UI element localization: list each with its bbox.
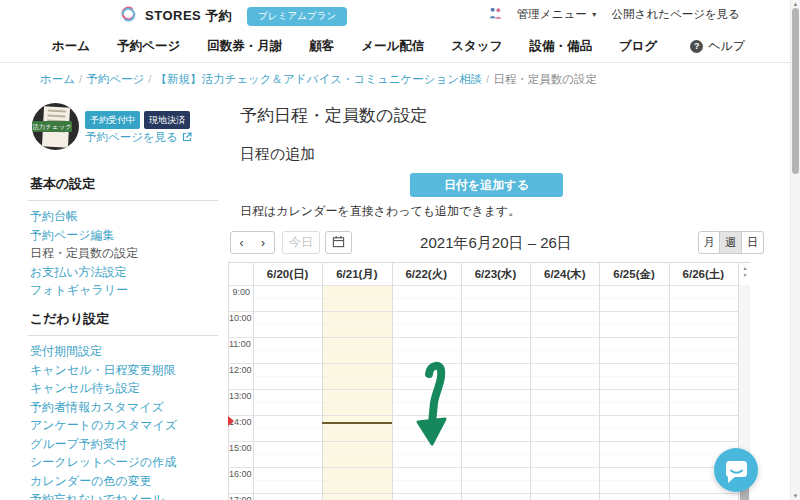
admin-menu-label: 管理メニュー (517, 7, 587, 22)
hour-line (229, 415, 738, 416)
sidebar-item-1-0[interactable]: 受付期間設定 (30, 345, 218, 357)
column-line (392, 263, 393, 500)
sidebar-section-title-0: 基本の設定 (30, 175, 218, 193)
sidebar-item-0-0[interactable]: 予約台帳 (30, 210, 218, 222)
stores-logo-icon (118, 4, 138, 28)
sidebar-item-0-4[interactable]: フォトギャラリー (30, 284, 218, 296)
brand: STORES 予約 プレミアムプラン (118, 4, 347, 28)
half-hour-line (253, 480, 738, 481)
day-header-4: 6/24(木) (530, 263, 599, 285)
sidebar-item-1-7[interactable]: カレンダーの色の変更 (30, 475, 218, 487)
time-label-3: 12:00 (229, 365, 250, 375)
sidebar-item-0-3[interactable]: お支払い方法設定 (30, 266, 218, 278)
day-header-6: 6/26(土) (669, 263, 738, 285)
sidebar-item-1-6[interactable]: シークレットページの作成 (30, 456, 218, 468)
hour-line (229, 337, 738, 338)
status-badges: 予約受付中現地決済 (85, 111, 190, 129)
scroll-up-icon[interactable]: ▲ (791, 1, 800, 7)
main-nav: ホーム予約ページ回数券・月謝顧客メール配信スタッフ設備・備品ブログ ? ヘルプ (0, 30, 800, 63)
sidebar-sections: 基本の設定予約台帳予約ページ編集日程・定員数の設定お支払い方法設定フォトギャラリ… (28, 175, 218, 500)
divider (28, 200, 218, 201)
time-label-8: 17:00 (229, 495, 250, 500)
nav-item-5[interactable]: スタッフ (451, 38, 502, 55)
view-button-2[interactable]: 日 (742, 231, 764, 254)
section-title: 日程の追加 (240, 145, 315, 164)
top-header: STORES 予約 プレミアムプラン 管理メニュー ▼ 公開されたページを見る (0, 0, 800, 30)
sidebar-item-1-8[interactable]: 予約忘れないでねメール (30, 493, 218, 500)
premium-plan-badge: プレミアムプラン (247, 7, 347, 26)
scroll-down-icon[interactable]: ▼ (791, 493, 800, 499)
divider (28, 335, 218, 336)
time-label-4: 13:00 (229, 391, 250, 401)
time-label-7: 16:00 (229, 469, 250, 479)
column-line (669, 263, 670, 500)
help-label: ヘルプ (708, 38, 745, 55)
sidebar-item-1-5[interactable]: グループ予約受付 (30, 438, 218, 450)
column-line (599, 263, 600, 500)
breadcrumb-separator: / (79, 73, 82, 85)
page-scrollbar[interactable]: ▲ ▼ (790, 0, 800, 500)
hour-line (229, 363, 738, 364)
now-indicator-arrow-icon (228, 416, 234, 426)
day-header-3: 6/23(水) (461, 263, 530, 285)
chat-launcher-button[interactable] (714, 448, 758, 492)
view-switcher: 月週日 (698, 231, 764, 254)
avatar: 活力チェック (32, 103, 79, 150)
half-hour-line (253, 350, 738, 351)
brand-title: STORES 予約 (145, 7, 232, 25)
sidebar-item-1-1[interactable]: キャンセル・日程変更期限 (30, 364, 218, 376)
caret-down-icon: ▼ (591, 11, 598, 18)
breadcrumb-item-1[interactable]: 予約ページ (86, 73, 144, 85)
view-button-0[interactable]: 月 (698, 231, 720, 254)
sidebar-item-0-1[interactable]: 予約ページ編集 (30, 229, 218, 241)
help-link[interactable]: ? ヘルプ (690, 30, 745, 62)
breadcrumb-separator: / (486, 73, 489, 85)
column-line (530, 263, 531, 500)
week-calendar-grid[interactable]: 9:0010:0011:0012:0013:0014:0015:0016:001… (228, 262, 750, 500)
view-booking-page-link[interactable]: 予約ページを見る (85, 130, 192, 145)
external-link-icon (182, 132, 192, 144)
nav-item-1[interactable]: 予約ページ (117, 38, 180, 55)
chat-bubble-icon (714, 448, 758, 492)
help-icon: ? (690, 40, 703, 53)
page-scrollbar-thumb[interactable] (792, 8, 799, 174)
admin-menu-button[interactable]: 管理メニュー ▼ (517, 7, 598, 22)
time-label-2: 11:00 (229, 339, 250, 349)
day-header-0: 6/20(日) (253, 263, 322, 285)
sidebar-item-1-3[interactable]: 予約者情報カスタマイズ (30, 401, 218, 413)
hour-line (229, 389, 738, 390)
half-hour-line (253, 454, 738, 455)
service-profile: 活力チェック 予約受付中現地決済 予約ページを見る (28, 103, 218, 161)
calendar-header-scroll-arrows: ▲▼ (740, 265, 750, 279)
sidebar-item-0-2: 日程・定員数の設定 (30, 247, 218, 259)
status-badge-1: 現地決済 (144, 111, 190, 129)
breadcrumb-item-3: 日程・定員数の設定 (493, 73, 597, 85)
add-date-button[interactable]: 日付を追加する (410, 173, 563, 197)
stores-reserve-app: STORES 予約 プレミアムプラン 管理メニュー ▼ 公開されたページを見る … (0, 0, 800, 500)
breadcrumb-item-2[interactable]: 【新規】活力チェック＆アドバイス・コミュニケーション相談 (156, 73, 483, 85)
nav-item-2[interactable]: 回数券・月謝 (207, 38, 282, 55)
column-line (253, 263, 254, 500)
view-public-page-link[interactable]: 公開されたページを見る (612, 7, 740, 22)
day-header-2: 6/22(火) (392, 263, 461, 285)
page-title: 予約日程・定員数の設定 (240, 104, 427, 127)
column-line (322, 263, 323, 500)
sidebar-item-1-4[interactable]: アンケートのカスタマイズ (30, 419, 218, 431)
nav-items: ホーム予約ページ回数券・月謝顧客メール配信スタッフ設備・備品ブログ (52, 30, 657, 62)
nav-item-6[interactable]: 設備・備品 (529, 38, 592, 55)
calendar-hint-text: 日程はカレンダーを直接さわっても追加できます。 (240, 203, 520, 220)
nav-item-4[interactable]: メール配信 (361, 38, 424, 55)
half-hour-line (253, 298, 738, 299)
account-users-icon (488, 6, 503, 23)
view-button-1[interactable]: 週 (720, 231, 742, 254)
breadcrumb-item-0[interactable]: ホーム (40, 73, 75, 85)
sidebar-item-1-2[interactable]: キャンセル待ち設定 (30, 382, 218, 394)
nav-item-0[interactable]: ホーム (52, 38, 90, 55)
status-badge-0: 予約受付中 (85, 111, 140, 129)
breadcrumb-separator: / (148, 73, 151, 85)
time-label-0: 9:00 (229, 287, 250, 297)
nav-item-3[interactable]: 顧客 (309, 38, 334, 55)
nav-item-7[interactable]: ブログ (619, 38, 657, 55)
sidebar: 活力チェック 予約受付中現地決済 予約ページを見る 基本の設定予約台帳予約ページ… (28, 95, 218, 500)
half-hour-line (253, 324, 738, 325)
